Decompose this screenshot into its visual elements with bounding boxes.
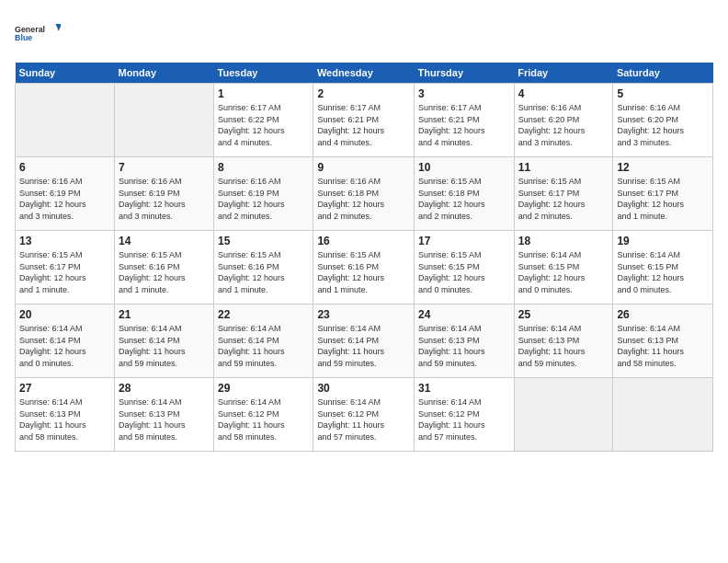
day-info: Sunrise: 6:14 AM Sunset: 6:13 PM Dayligh… [19, 396, 110, 442]
calendar-cell: 9Sunrise: 6:16 AM Sunset: 6:18 PM Daylig… [313, 157, 415, 231]
calendar-cell: 26Sunrise: 6:14 AM Sunset: 6:13 PM Dayli… [613, 304, 713, 378]
calendar-cell: 23Sunrise: 6:14 AM Sunset: 6:14 PM Dayli… [313, 304, 415, 378]
day-number: 24 [418, 308, 510, 321]
calendar-cell: 29Sunrise: 6:14 AM Sunset: 6:12 PM Dayli… [214, 378, 313, 452]
day-number: 30 [317, 382, 410, 395]
day-number: 25 [518, 308, 609, 321]
svg-marker-2 [55, 24, 61, 31]
day-info: Sunrise: 6:14 AM Sunset: 6:13 PM Dayligh… [418, 323, 510, 369]
day-info: Sunrise: 6:16 AM Sunset: 6:18 PM Dayligh… [317, 176, 410, 222]
day-number: 29 [218, 382, 309, 395]
day-number: 10 [418, 161, 510, 174]
page-header: General Blue [15, 15, 713, 52]
calendar-cell: 4Sunrise: 6:16 AM Sunset: 6:20 PM Daylig… [514, 84, 613, 157]
calendar-header-row: SundayMondayTuesdayWednesdayThursdayFrid… [16, 63, 713, 84]
day-number: 18 [518, 235, 609, 247]
calendar-cell: 22Sunrise: 6:14 AM Sunset: 6:14 PM Dayli… [214, 304, 313, 378]
day-number: 31 [418, 382, 510, 395]
calendar-cell: 30Sunrise: 6:14 AM Sunset: 6:12 PM Dayli… [313, 378, 415, 452]
day-info: Sunrise: 6:15 AM Sunset: 6:16 PM Dayligh… [218, 249, 309, 295]
calendar-cell [114, 84, 213, 157]
day-info: Sunrise: 6:14 AM Sunset: 6:12 PM Dayligh… [218, 396, 309, 442]
week-row-3: 13Sunrise: 6:15 AM Sunset: 6:17 PM Dayli… [16, 231, 713, 304]
day-number: 9 [317, 161, 410, 174]
calendar-cell: 1Sunrise: 6:17 AM Sunset: 6:22 PM Daylig… [214, 84, 313, 157]
calendar-table: SundayMondayTuesdayWednesdayThursdayFrid… [15, 63, 713, 452]
day-number: 20 [19, 308, 110, 321]
header-wednesday: Wednesday [313, 63, 415, 84]
day-info: Sunrise: 6:14 AM Sunset: 6:14 PM Dayligh… [19, 323, 110, 369]
day-info: Sunrise: 6:14 AM Sunset: 6:14 PM Dayligh… [317, 323, 410, 369]
day-info: Sunrise: 6:15 AM Sunset: 6:16 PM Dayligh… [317, 249, 410, 295]
day-info: Sunrise: 6:17 AM Sunset: 6:21 PM Dayligh… [418, 102, 510, 148]
day-number: 1 [218, 87, 309, 100]
calendar-cell: 11Sunrise: 6:15 AM Sunset: 6:17 PM Dayli… [514, 157, 613, 231]
logo: General Blue [15, 15, 61, 52]
day-number: 21 [119, 308, 210, 321]
day-number: 22 [218, 308, 309, 321]
day-number: 3 [418, 87, 510, 100]
calendar-cell [16, 84, 115, 157]
calendar-cell: 21Sunrise: 6:14 AM Sunset: 6:14 PM Dayli… [114, 304, 213, 378]
day-info: Sunrise: 6:17 AM Sunset: 6:21 PM Dayligh… [317, 102, 410, 148]
day-number: 12 [617, 161, 709, 174]
week-row-5: 27Sunrise: 6:14 AM Sunset: 6:13 PM Dayli… [16, 378, 713, 452]
day-number: 7 [119, 161, 210, 174]
day-info: Sunrise: 6:15 AM Sunset: 6:15 PM Dayligh… [418, 249, 510, 295]
calendar-cell: 17Sunrise: 6:15 AM Sunset: 6:15 PM Dayli… [414, 231, 514, 304]
day-info: Sunrise: 6:14 AM Sunset: 6:14 PM Dayligh… [218, 323, 309, 369]
day-info: Sunrise: 6:15 AM Sunset: 6:17 PM Dayligh… [617, 176, 709, 222]
calendar-cell: 25Sunrise: 6:14 AM Sunset: 6:13 PM Dayli… [514, 304, 613, 378]
calendar-cell: 16Sunrise: 6:15 AM Sunset: 6:16 PM Dayli… [313, 231, 415, 304]
day-info: Sunrise: 6:17 AM Sunset: 6:22 PM Dayligh… [218, 102, 309, 148]
calendar-cell: 13Sunrise: 6:15 AM Sunset: 6:17 PM Dayli… [16, 231, 115, 304]
calendar-cell: 31Sunrise: 6:14 AM Sunset: 6:12 PM Dayli… [414, 378, 514, 452]
day-info: Sunrise: 6:15 AM Sunset: 6:18 PM Dayligh… [418, 176, 510, 222]
day-number: 4 [518, 87, 609, 100]
day-number: 28 [119, 382, 210, 395]
day-info: Sunrise: 6:16 AM Sunset: 6:19 PM Dayligh… [218, 176, 309, 222]
day-number: 5 [617, 87, 709, 100]
header-friday: Friday [514, 63, 613, 84]
day-info: Sunrise: 6:14 AM Sunset: 6:12 PM Dayligh… [317, 396, 410, 442]
header-monday: Monday [114, 63, 213, 84]
day-number: 27 [19, 382, 110, 395]
day-info: Sunrise: 6:15 AM Sunset: 6:17 PM Dayligh… [518, 176, 609, 222]
calendar-cell: 27Sunrise: 6:14 AM Sunset: 6:13 PM Dayli… [16, 378, 115, 452]
calendar-cell: 15Sunrise: 6:15 AM Sunset: 6:16 PM Dayli… [214, 231, 313, 304]
day-info: Sunrise: 6:16 AM Sunset: 6:20 PM Dayligh… [518, 102, 609, 148]
day-number: 19 [617, 235, 709, 247]
day-number: 8 [218, 161, 309, 174]
calendar-cell: 24Sunrise: 6:14 AM Sunset: 6:13 PM Dayli… [414, 304, 514, 378]
day-info: Sunrise: 6:16 AM Sunset: 6:19 PM Dayligh… [19, 176, 110, 222]
day-info: Sunrise: 6:14 AM Sunset: 6:15 PM Dayligh… [617, 249, 709, 295]
calendar-cell [613, 378, 713, 452]
week-row-1: 1Sunrise: 6:17 AM Sunset: 6:22 PM Daylig… [16, 84, 713, 157]
day-info: Sunrise: 6:14 AM Sunset: 6:14 PM Dayligh… [119, 323, 210, 369]
day-info: Sunrise: 6:16 AM Sunset: 6:20 PM Dayligh… [617, 102, 709, 148]
calendar-cell [514, 378, 613, 452]
day-number: 14 [119, 235, 210, 247]
calendar-cell: 18Sunrise: 6:14 AM Sunset: 6:15 PM Dayli… [514, 231, 613, 304]
day-info: Sunrise: 6:14 AM Sunset: 6:13 PM Dayligh… [119, 396, 210, 442]
day-number: 17 [418, 235, 510, 247]
day-info: Sunrise: 6:15 AM Sunset: 6:17 PM Dayligh… [19, 249, 110, 295]
day-number: 2 [317, 87, 410, 100]
calendar-cell: 10Sunrise: 6:15 AM Sunset: 6:18 PM Dayli… [414, 157, 514, 231]
day-info: Sunrise: 6:15 AM Sunset: 6:16 PM Dayligh… [119, 249, 210, 295]
day-number: 26 [617, 308, 709, 321]
calendar-cell: 5Sunrise: 6:16 AM Sunset: 6:20 PM Daylig… [613, 84, 713, 157]
week-row-2: 6Sunrise: 6:16 AM Sunset: 6:19 PM Daylig… [16, 157, 713, 231]
calendar-cell: 2Sunrise: 6:17 AM Sunset: 6:21 PM Daylig… [313, 84, 415, 157]
day-number: 6 [19, 161, 110, 174]
calendar-cell: 3Sunrise: 6:17 AM Sunset: 6:21 PM Daylig… [414, 84, 514, 157]
calendar-cell: 14Sunrise: 6:15 AM Sunset: 6:16 PM Dayli… [114, 231, 213, 304]
calendar-cell: 19Sunrise: 6:14 AM Sunset: 6:15 PM Dayli… [613, 231, 713, 304]
day-info: Sunrise: 6:14 AM Sunset: 6:12 PM Dayligh… [418, 396, 510, 442]
calendar-cell: 20Sunrise: 6:14 AM Sunset: 6:14 PM Dayli… [16, 304, 115, 378]
header-thursday: Thursday [414, 63, 514, 84]
week-row-4: 20Sunrise: 6:14 AM Sunset: 6:14 PM Dayli… [16, 304, 713, 378]
header-saturday: Saturday [613, 63, 713, 84]
day-number: 16 [317, 235, 410, 247]
logo-svg: General Blue [15, 15, 61, 52]
